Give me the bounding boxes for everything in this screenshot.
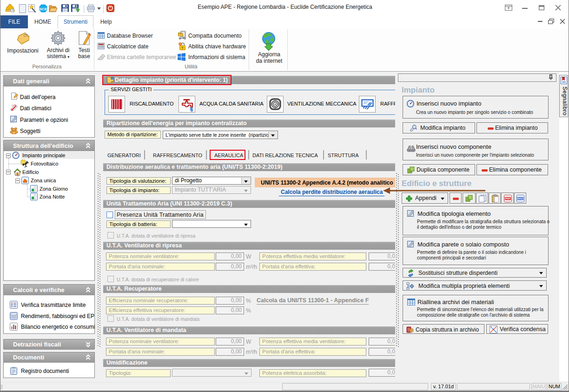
svg-text:SCE: SCE <box>40 7 47 11</box>
svg-text:PDF: PDF <box>505 197 511 200</box>
svg-text:DOC: DOC <box>517 197 523 200</box>
